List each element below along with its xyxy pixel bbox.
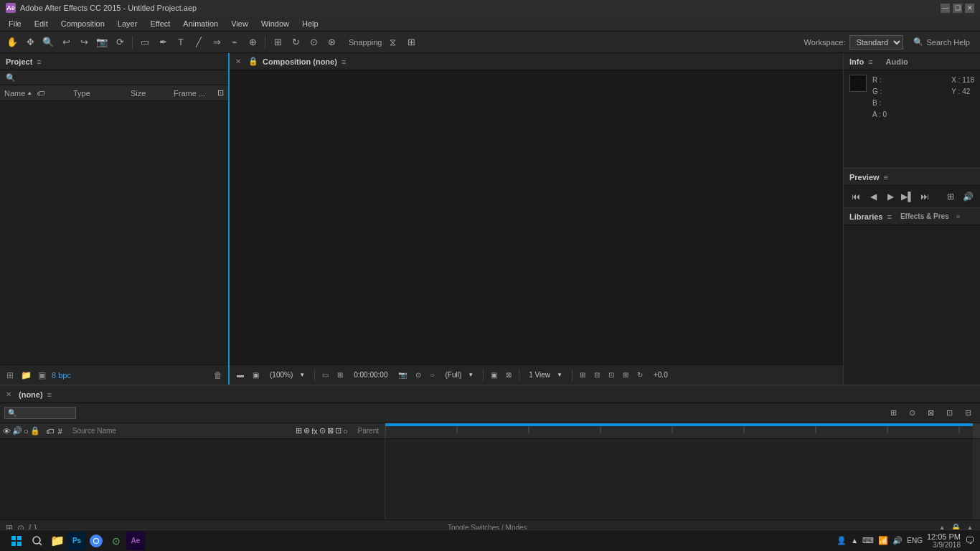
comp-view-options[interactable]: ⊞ <box>577 371 588 379</box>
clock[interactable]: 12:05 PM 3/9/2018 <box>927 532 961 549</box>
hand-tool[interactable]: ✥ <box>22 34 38 50</box>
taskbar-search[interactable] <box>27 531 47 551</box>
track-tool[interactable]: ⊛ <box>324 34 339 50</box>
info-b: B : <box>872 98 887 109</box>
comp-camera-icon[interactable]: 📷 <box>395 371 410 379</box>
close-button[interactable]: ✕ <box>965 4 974 13</box>
timeline-panel-menu[interactable]: ≡ <box>47 390 52 399</box>
menu-layer[interactable]: Layer <box>112 18 143 29</box>
footage-icon[interactable]: ▣ <box>36 369 47 381</box>
snapping-toggle[interactable]: ⧖ <box>385 34 401 50</box>
menu-animation[interactable]: Animation <box>177 18 224 29</box>
taskbar-language[interactable]: ENG <box>907 537 923 545</box>
project-search-input[interactable] <box>6 73 222 82</box>
comp-tab-close[interactable]: ✕ <box>235 57 241 65</box>
workspace-select[interactable]: Standard <box>849 35 903 50</box>
menu-edit[interactable]: Edit <box>29 18 54 29</box>
comp-aspect-btn[interactable]: ⊞ <box>334 371 346 379</box>
puppet-tool[interactable]: ⊕ <box>245 34 260 50</box>
brush-tool[interactable]: ╱ <box>191 34 207 50</box>
shape-tool[interactable]: ▭ <box>137 34 153 50</box>
folder-icon[interactable]: 📁 <box>20 369 32 381</box>
zoom-tool[interactable]: 🔍 <box>40 34 56 50</box>
comp-zoom[interactable]: (100%) ▼ <box>265 370 310 380</box>
taskbar-notification-icon[interactable]: 🗨 <box>965 535 974 546</box>
rotation-tool[interactable]: ⟳ <box>112 34 128 50</box>
comp-separator-3 <box>519 369 519 381</box>
preview-play[interactable]: ▶ <box>884 190 897 203</box>
libraries-panel-menu[interactable]: ≡ <box>887 212 891 221</box>
timeline-tool-2[interactable]: ⊙ <box>904 405 920 421</box>
col-options-icon[interactable]: ⊡ <box>212 88 228 98</box>
comp-overlay-icon[interactable]: ⊠ <box>503 371 514 379</box>
undo-tool[interactable]: ↩ <box>58 34 74 50</box>
new-composition-icon[interactable]: ⊞ <box>4 369 16 381</box>
comp-panel-menu[interactable]: ≡ <box>341 57 346 66</box>
taskbar-file-explorer[interactable]: 📁 <box>47 531 67 551</box>
selection-tool[interactable]: ✋ <box>4 34 20 50</box>
align-tool[interactable]: ⊞ <box>270 34 286 50</box>
preview-last-frame[interactable]: ⏭ <box>918 190 931 203</box>
redo-tool[interactable]: ↪ <box>76 34 92 50</box>
taskbar-chrome[interactable] <box>86 531 106 551</box>
preview-ram-icon[interactable]: ⊞ <box>944 190 957 203</box>
comp-grid-icon[interactable]: ⊡ <box>606 371 617 379</box>
comp-timecode[interactable]: 0:00:00:00 <box>349 370 392 380</box>
menu-composition[interactable]: Composition <box>55 18 110 29</box>
start-button[interactable] <box>6 532 27 550</box>
menu-view[interactable]: View <box>225 18 254 29</box>
timeline-tool-5[interactable]: ⊟ <box>960 405 976 421</box>
preview-panel-menu[interactable]: ≡ <box>884 173 888 182</box>
taskbar-greenshot[interactable]: ⊙ <box>106 531 126 551</box>
preview-first-frame[interactable]: ⏮ <box>849 190 862 203</box>
menu-effect[interactable]: Effect <box>144 18 176 29</box>
minimize-button[interactable]: — <box>941 4 950 13</box>
pen-tool[interactable]: ✒ <box>155 34 171 50</box>
timeline-tool-4[interactable]: ⊡ <box>941 405 957 421</box>
menu-window[interactable]: Window <box>255 18 295 29</box>
search-help-button[interactable]: 🔍 Search Help <box>908 36 976 48</box>
info-coords: X : 118 Y : 42 <box>951 75 974 121</box>
timeline-tool-1[interactable]: ⊞ <box>885 405 901 421</box>
taskbar-photoshop[interactable]: Ps <box>67 532 86 550</box>
taskbar-volume-icon[interactable]: 🔊 <box>892 536 903 545</box>
comp-ruler-icon[interactable]: ⊞ <box>620 371 631 379</box>
project-panel-menu[interactable]: ≡ <box>37 57 41 66</box>
comp-transparency-icon[interactable]: ▣ <box>488 371 500 379</box>
orbit-tool[interactable]: ⊙ <box>306 34 321 50</box>
timeline-tool-3[interactable]: ⊠ <box>923 405 938 421</box>
comp-refresh-icon[interactable]: ↻ <box>634 371 646 379</box>
comp-3d-icon[interactable]: ⊟ <box>591 371 603 379</box>
camera-tool[interactable]: 📷 <box>94 34 110 50</box>
roto-tool[interactable]: ⌁ <box>227 34 242 50</box>
maximize-button[interactable]: ❑ <box>953 4 962 13</box>
text-tool[interactable]: T <box>173 34 189 50</box>
timeline-tab-close[interactable]: ✕ <box>6 390 11 398</box>
comp-view-count[interactable]: 1 View ▼ <box>524 370 567 380</box>
delete-icon[interactable]: 🗑 <box>212 369 224 381</box>
preview-prev-frame[interactable]: ◀ <box>867 190 880 203</box>
timeline-vscroll[interactable] <box>973 423 980 438</box>
rotate3d-tool[interactable]: ↻ <box>288 34 303 50</box>
taskbar-after-effects[interactable]: Ae <box>126 532 145 550</box>
comp-render-icon[interactable]: ○ <box>427 371 437 379</box>
taskbar-expand-icon[interactable]: ▲ <box>851 537 858 545</box>
comp-quality[interactable]: (Full) ▼ <box>440 370 479 380</box>
snapping-options[interactable]: ⊞ <box>404 34 420 50</box>
comp-lock-icon[interactable]: 🔒 <box>248 57 258 66</box>
comp-region-btn[interactable]: ▭ <box>319 371 331 379</box>
title-bar: Ae Adobe After Effects CC 2015 - Untitle… <box>0 0 980 16</box>
info-r: R : <box>872 75 887 86</box>
timeline-vscroll-track[interactable] <box>973 439 980 519</box>
menu-help[interactable]: Help <box>296 18 324 29</box>
preview-audio-icon[interactable]: 🔊 <box>961 190 974 203</box>
timeline-search-input[interactable] <box>4 407 76 419</box>
clone-tool[interactable]: ⇒ <box>209 34 225 50</box>
preview-next-frame[interactable]: ▶▌ <box>901 190 914 203</box>
bpc-badge[interactable]: 8 bpc <box>52 371 71 380</box>
libraries-expand-icon[interactable]: » <box>956 212 961 220</box>
menu-file[interactable]: File <box>3 18 27 29</box>
comp-color-icon[interactable]: ⊙ <box>413 371 424 379</box>
info-panel-menu[interactable]: ≡ <box>868 57 872 66</box>
timeline-ruler[interactable] <box>385 423 980 439</box>
